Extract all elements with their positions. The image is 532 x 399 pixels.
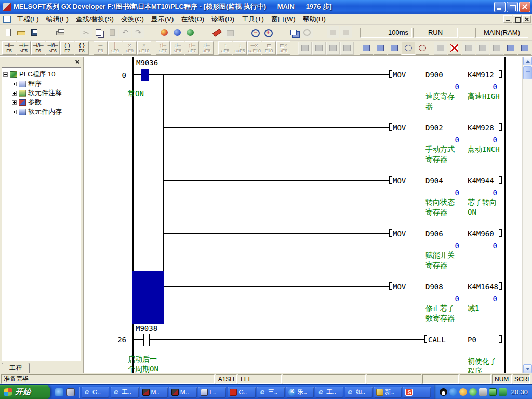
ladder-symbol-button[interactable]: ↑⊢ sF7	[156, 41, 170, 55]
ladder-symbol-button[interactable]: ↑ aF5	[218, 41, 232, 55]
comment-view-icon[interactable]	[340, 42, 354, 55]
trace-icon[interactable]	[462, 42, 475, 55]
paste-icon[interactable]	[106, 26, 118, 38]
ladder-symbol-button[interactable]: ⊣⊢ sF5	[17, 41, 31, 55]
separator[interactable]	[275, 26, 287, 38]
find-string-icon[interactable]	[184, 26, 196, 38]
ladder-symbol-button[interactable]: × cF9	[123, 41, 137, 55]
taskbar-button[interactable]: 三..	[257, 387, 285, 398]
mdi-minimize-button[interactable]	[503, 15, 512, 23]
ladder-symbol-button[interactable]: ⊣/⊢ sF6	[46, 41, 60, 55]
stop-monitor-icon[interactable]	[448, 42, 461, 55]
instruction-source[interactable]: D900	[425, 71, 443, 79]
taskbar-button[interactable]: 新..	[374, 387, 402, 398]
close-button[interactable]	[519, 2, 530, 12]
taskbar-button[interactable]: M..	[169, 387, 197, 398]
zoom-out-icon[interactable]	[249, 26, 261, 38]
qq-icon[interactable]	[440, 388, 447, 396]
new-icon[interactable]	[2, 26, 15, 38]
collapse-icon[interactable]	[3, 72, 8, 77]
instruction-destination[interactable]: K4M944	[468, 177, 494, 185]
ladder-symbol-button[interactable]: ↓ caF5	[233, 41, 247, 55]
macro2-icon[interactable]	[340, 26, 352, 38]
status-latch-icon[interactable]	[490, 42, 503, 55]
menu-item[interactable]: 工程(F)	[13, 14, 43, 25]
separator[interactable]	[41, 26, 54, 38]
copy-icon[interactable]	[93, 26, 105, 38]
instruction-destination[interactable]: K4M928	[468, 124, 494, 132]
ladder-symbol-button[interactable]: ⊏× aF9	[276, 41, 290, 55]
start-button[interactable]: 开始	[0, 385, 50, 399]
kugou-tray-icon[interactable]	[449, 388, 457, 396]
instruction-destination[interactable]: K4M1648	[468, 283, 498, 291]
print-icon[interactable]	[54, 26, 66, 38]
msn-icon[interactable]	[459, 388, 467, 396]
green-dot-icon[interactable]	[469, 388, 477, 396]
instruction-destination[interactable]: K4M912	[468, 71, 494, 79]
taskbar-button[interactable]: G..	[82, 387, 109, 398]
menu-item[interactable]: 显示(V)	[148, 14, 177, 25]
scroll-down-icon[interactable]	[523, 364, 532, 373]
panel-grip[interactable]	[0, 57, 83, 66]
separator[interactable]	[67, 26, 79, 38]
vertical-scrollbar[interactable]	[522, 57, 532, 373]
ladder-symbol-button[interactable]: ( ) F7	[60, 41, 74, 55]
ladder-symbol-button[interactable]: ─ F9	[94, 41, 108, 55]
ladder-symbol-button[interactable]: { } F8	[75, 41, 89, 55]
restore-button[interactable]	[507, 2, 518, 12]
undo-icon[interactable]	[119, 26, 131, 38]
find-device-icon[interactable]	[171, 26, 183, 38]
taskbar-button[interactable]: 工..	[111, 387, 138, 398]
instruction-source[interactable]: D904	[425, 177, 443, 185]
find-all-icon[interactable]	[158, 26, 170, 38]
expand-icon[interactable]	[12, 100, 17, 105]
instruction-source[interactable]: D908	[425, 283, 443, 291]
instruction-opcode[interactable]: MOV	[393, 71, 406, 79]
write-mode-icon[interactable]	[210, 26, 222, 38]
monitor-write-icon[interactable]	[416, 42, 429, 55]
instruction-destination[interactable]: P0	[468, 336, 476, 344]
taskbar-button[interactable]	[403, 387, 431, 398]
network-monitor-icon[interactable]	[434, 42, 447, 55]
instruction-opcode[interactable]: MOV	[393, 230, 406, 238]
ladder-symbol-button[interactable]: │ sF9	[108, 41, 122, 55]
mdi-child-icon[interactable]	[3, 16, 11, 23]
taskbar-button[interactable]: 乐..	[286, 387, 314, 398]
ladder-editor[interactable]: 0 M9036 常ON 26 M9038 启动后一个周期ON MOV D900 …	[84, 57, 522, 373]
ladder-symbol-button[interactable]: ─× caF10	[247, 41, 261, 55]
menu-item[interactable]: 查找/替换(S)	[72, 14, 117, 25]
mdi-restore-button[interactable]	[513, 15, 522, 23]
taskbar-button[interactable]: M..	[140, 387, 168, 398]
menu-item[interactable]: 变换(C)	[117, 14, 148, 25]
netcard-icon[interactable]	[489, 388, 497, 396]
separator[interactable]	[145, 26, 157, 38]
cut-icon[interactable]	[80, 26, 92, 38]
scroll-up-icon[interactable]	[523, 57, 532, 65]
menu-item[interactable]: 编辑(E)	[43, 14, 72, 25]
ladder-symbol-button[interactable]: ↑⊢ aF7	[185, 41, 199, 55]
separator[interactable]	[197, 26, 209, 38]
zoom-in-icon[interactable]	[262, 26, 274, 38]
separator[interactable]	[236, 26, 248, 38]
device-batch-monitor-icon[interactable]	[388, 42, 401, 55]
project-tab[interactable]: 工程	[2, 363, 30, 373]
sampling-trace-icon[interactable]	[476, 42, 489, 55]
redo-icon[interactable]	[132, 26, 144, 38]
taskbar-button[interactable]: L..	[198, 387, 226, 398]
step-execution-icon[interactable]	[298, 42, 312, 55]
instruction-source[interactable]: D906	[425, 230, 443, 238]
expand-icon[interactable]	[12, 110, 17, 114]
open-icon[interactable]	[15, 26, 28, 38]
taskbar-button[interactable]: 工..	[315, 387, 343, 398]
ladder-symbol-button[interactable]: ⊣⊢ F5	[2, 41, 16, 55]
show-desktop-icon[interactable]	[66, 388, 75, 396]
separator[interactable]	[314, 26, 326, 38]
tree-item[interactable]: 参数	[3, 98, 79, 107]
scan-time-monitor-icon[interactable]	[518, 42, 531, 55]
save-icon[interactable]	[28, 26, 41, 38]
instruction-opcode[interactable]: CALL	[428, 336, 446, 344]
menu-item[interactable]: 在线(O)	[177, 14, 208, 25]
ie-quicklaunch-icon[interactable]	[55, 388, 63, 396]
ladder-symbol-button[interactable]: ⊏ F10	[262, 41, 276, 55]
expand-icon[interactable]	[12, 91, 17, 96]
